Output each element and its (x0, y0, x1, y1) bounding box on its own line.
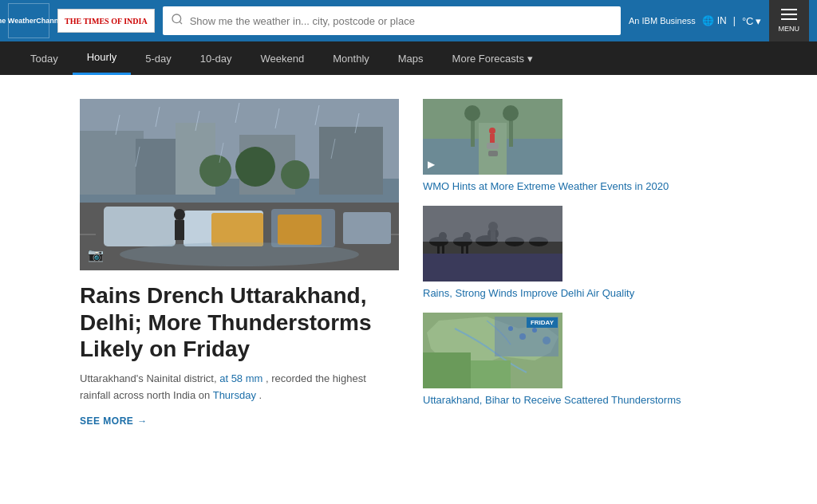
temp-unit-selector[interactable]: °C ▾ (742, 15, 761, 27)
svg-rect-4 (80, 131, 144, 195)
nav-item-hourly[interactable]: Hourly (73, 41, 132, 75)
menu-line-2 (781, 14, 797, 15)
side-article-1-title[interactable]: WMO Hints at More Extreme Weather Events… (423, 179, 737, 194)
nav-item-more-forecasts[interactable]: More Forecasts ▾ (438, 41, 547, 75)
ibm-text: An IBM Business (629, 16, 696, 26)
nav-item-maps[interactable]: Maps (384, 41, 438, 75)
svg-rect-62 (423, 206, 562, 242)
nav-bar: Today Hourly 5-day 10-day Weekend Monthl… (0, 41, 817, 75)
chevron-down-icon: ▾ (527, 53, 533, 65)
side-article-3-image: FRIDAY (423, 313, 562, 388)
svg-rect-21 (175, 220, 184, 240)
svg-point-70 (519, 333, 526, 340)
svg-line-1 (180, 22, 182, 24)
search-bar-container (163, 6, 621, 35)
svg-rect-17 (343, 212, 391, 244)
svg-rect-50 (437, 242, 440, 254)
svg-point-71 (532, 328, 537, 333)
play-icon: ▶ (428, 159, 435, 170)
svg-rect-8 (319, 127, 383, 195)
search-icon (171, 13, 184, 29)
main-article-image: 📷 (80, 99, 399, 270)
globe-lang[interactable]: 🌐 IN (702, 15, 727, 26)
times-of-india-logo[interactable]: THE TIMES OF INDIA (57, 9, 155, 33)
side-article-3: FRIDAY Uttarakhand, Bihar to Receive Sca… (423, 313, 737, 408)
svg-rect-47 (423, 254, 562, 282)
svg-point-20 (174, 209, 185, 220)
weather-channel-logo[interactable]: The WeatherChannel (8, 3, 49, 38)
svg-rect-14 (104, 207, 176, 246)
svg-rect-44 (423, 99, 562, 175)
side-article-2: Rains, Strong Winds Improve Delhi Air Qu… (423, 206, 737, 301)
svg-point-10 (235, 147, 275, 187)
side-article-2-image (423, 206, 562, 282)
svg-rect-51 (442, 242, 444, 254)
svg-rect-55 (466, 242, 468, 254)
arrow-right-icon: → (137, 415, 148, 427)
nav-item-10day[interactable]: 10-day (186, 41, 247, 75)
svg-rect-67 (423, 352, 471, 388)
svg-point-32 (120, 242, 359, 266)
main-article: 📷 Rains Drench Uttarakhand, Delhi; More … (80, 99, 399, 490)
nav-item-today[interactable]: Today (16, 41, 73, 75)
camera-icon: 📷 (88, 247, 104, 262)
side-article-1-image: ▶ (423, 99, 562, 175)
menu-line-1 (781, 9, 797, 10)
content-area: 📷 Rains Drench Uttarakhand, Delhi; More … (0, 75, 817, 504)
menu-button[interactable]: MENU (769, 0, 810, 41)
svg-point-0 (172, 14, 181, 23)
svg-rect-18 (211, 213, 263, 246)
side-article-1: ▶ WMO Hints at More Extreme Weather Even… (423, 99, 737, 194)
svg-rect-68 (471, 360, 511, 388)
main-article-title: Rains Drench Uttarakhand, Delhi; More Th… (80, 282, 399, 363)
svg-rect-54 (461, 242, 464, 254)
svg-rect-19 (278, 215, 322, 245)
header: The WeatherChannel THE TIMES OF INDIA An… (0, 0, 817, 41)
menu-label: MENU (779, 25, 800, 33)
main-article-description: Uttarakhand's Nainital district, at 58 m… (80, 371, 399, 404)
svg-point-11 (281, 160, 310, 189)
chevron-down-icon: ▾ (756, 15, 761, 27)
header-right: An IBM Business 🌐 IN | °C ▾ (629, 15, 760, 27)
nav-item-monthly[interactable]: Monthly (318, 41, 384, 75)
side-articles: ▶ WMO Hints at More Extreme Weather Even… (423, 99, 737, 490)
side-article-3-title[interactable]: Uttarakhand, Bihar to Receive Scattered … (423, 393, 737, 408)
nav-item-5day[interactable]: 5-day (131, 41, 186, 75)
side-article-2-title[interactable]: Rains, Strong Winds Improve Delhi Air Qu… (423, 286, 737, 301)
svg-point-72 (543, 337, 551, 345)
svg-point-69 (508, 326, 513, 331)
svg-point-9 (199, 155, 231, 187)
friday-badge: FRIDAY (527, 317, 558, 328)
menu-line-3 (781, 18, 797, 20)
globe-icon: 🌐 (702, 15, 714, 26)
region-label: IN (717, 15, 727, 26)
search-input[interactable] (190, 15, 613, 27)
see-more-link[interactable]: SEE MORE → (80, 415, 399, 427)
separator: | (733, 15, 736, 26)
nav-item-weekend[interactable]: Weekend (247, 41, 319, 75)
